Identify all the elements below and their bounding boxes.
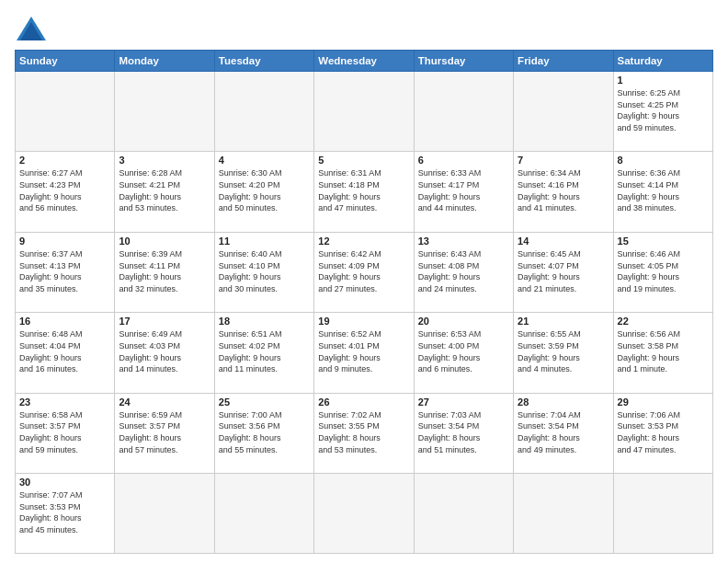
day-info: Sunrise: 6:25 AM Sunset: 4:25 PM Dayligh… bbox=[618, 87, 709, 133]
day-info: Sunrise: 6:31 AM Sunset: 4:18 PM Dayligh… bbox=[318, 167, 409, 213]
day-number: 19 bbox=[318, 316, 409, 327]
calendar-day-20: 20Sunrise: 6:53 AM Sunset: 4:00 PM Dayli… bbox=[414, 313, 513, 393]
day-number: 16 bbox=[19, 316, 110, 327]
weekday-header-sunday: Sunday bbox=[16, 51, 115, 72]
day-info: Sunrise: 6:42 AM Sunset: 4:09 PM Dayligh… bbox=[318, 248, 409, 294]
day-number: 10 bbox=[119, 236, 210, 247]
calendar-day-17: 17Sunrise: 6:49 AM Sunset: 4:03 PM Dayli… bbox=[115, 313, 214, 393]
day-info: Sunrise: 6:39 AM Sunset: 4:11 PM Dayligh… bbox=[119, 248, 210, 294]
calendar-day-13: 13Sunrise: 6:43 AM Sunset: 4:08 PM Dayli… bbox=[414, 232, 513, 312]
weekday-header-wednesday: Wednesday bbox=[314, 51, 414, 72]
calendar-day-24: 24Sunrise: 6:59 AM Sunset: 3:57 PM Dayli… bbox=[115, 393, 214, 473]
calendar-day-25: 25Sunrise: 7:00 AM Sunset: 3:56 PM Dayli… bbox=[214, 393, 313, 473]
weekday-header-friday: Friday bbox=[514, 51, 613, 72]
day-number: 22 bbox=[618, 316, 709, 327]
day-info: Sunrise: 6:46 AM Sunset: 4:05 PM Dayligh… bbox=[618, 248, 709, 294]
calendar-day-empty bbox=[414, 474, 513, 554]
day-number: 27 bbox=[418, 396, 509, 408]
calendar-day-empty bbox=[214, 72, 313, 152]
weekday-header-saturday: Saturday bbox=[613, 51, 712, 72]
day-info: Sunrise: 6:28 AM Sunset: 4:21 PM Dayligh… bbox=[119, 167, 210, 213]
weekday-header-monday: Monday bbox=[115, 51, 214, 72]
calendar-day-10: 10Sunrise: 6:39 AM Sunset: 4:11 PM Dayli… bbox=[115, 232, 214, 312]
calendar-day-15: 15Sunrise: 6:46 AM Sunset: 4:05 PM Dayli… bbox=[613, 232, 712, 312]
day-number: 9 bbox=[19, 236, 110, 247]
day-number: 7 bbox=[518, 155, 609, 166]
calendar-day-empty bbox=[115, 72, 214, 152]
day-info: Sunrise: 7:06 AM Sunset: 3:53 PM Dayligh… bbox=[618, 409, 709, 455]
day-number: 21 bbox=[518, 316, 609, 327]
day-number: 24 bbox=[119, 396, 210, 408]
generalblue-logo-icon bbox=[15, 15, 48, 42]
day-info: Sunrise: 6:30 AM Sunset: 4:20 PM Dayligh… bbox=[219, 167, 310, 213]
day-number: 5 bbox=[318, 155, 409, 166]
day-info: Sunrise: 7:03 AM Sunset: 3:54 PM Dayligh… bbox=[418, 409, 509, 455]
day-number: 11 bbox=[219, 236, 310, 247]
calendar-day-empty bbox=[115, 474, 214, 554]
day-info: Sunrise: 6:43 AM Sunset: 4:08 PM Dayligh… bbox=[418, 248, 509, 294]
calendar-day-empty bbox=[314, 474, 414, 554]
day-info: Sunrise: 6:59 AM Sunset: 3:57 PM Dayligh… bbox=[119, 409, 210, 455]
calendar-day-empty bbox=[16, 72, 115, 152]
calendar-day-5: 5Sunrise: 6:31 AM Sunset: 4:18 PM Daylig… bbox=[314, 152, 414, 232]
day-number: 17 bbox=[119, 316, 210, 327]
calendar-day-empty bbox=[613, 474, 712, 554]
calendar-day-29: 29Sunrise: 7:06 AM Sunset: 3:53 PM Dayli… bbox=[613, 393, 712, 473]
calendar-day-18: 18Sunrise: 6:51 AM Sunset: 4:02 PM Dayli… bbox=[214, 313, 313, 393]
calendar-day-11: 11Sunrise: 6:40 AM Sunset: 4:10 PM Dayli… bbox=[214, 232, 313, 312]
calendar-day-8: 8Sunrise: 6:36 AM Sunset: 4:14 PM Daylig… bbox=[613, 152, 712, 232]
calendar-day-16: 16Sunrise: 6:48 AM Sunset: 4:04 PM Dayli… bbox=[16, 313, 115, 393]
day-number: 20 bbox=[418, 316, 509, 327]
weekday-header-thursday: Thursday bbox=[414, 51, 513, 72]
day-info: Sunrise: 6:40 AM Sunset: 4:10 PM Dayligh… bbox=[219, 248, 310, 294]
day-info: Sunrise: 6:27 AM Sunset: 4:23 PM Dayligh… bbox=[19, 167, 110, 213]
day-number: 8 bbox=[618, 155, 709, 166]
calendar-day-22: 22Sunrise: 6:56 AM Sunset: 3:58 PM Dayli… bbox=[613, 313, 712, 393]
day-number: 28 bbox=[518, 396, 609, 408]
day-number: 13 bbox=[418, 236, 509, 247]
calendar-week-row: 1Sunrise: 6:25 AM Sunset: 4:25 PM Daylig… bbox=[16, 72, 713, 152]
calendar-day-21: 21Sunrise: 6:55 AM Sunset: 3:59 PM Dayli… bbox=[514, 313, 613, 393]
calendar-day-9: 9Sunrise: 6:37 AM Sunset: 4:13 PM Daylig… bbox=[16, 232, 115, 312]
day-info: Sunrise: 7:07 AM Sunset: 3:53 PM Dayligh… bbox=[19, 489, 110, 535]
day-number: 23 bbox=[19, 396, 110, 408]
day-info: Sunrise: 7:00 AM Sunset: 3:56 PM Dayligh… bbox=[219, 409, 310, 455]
calendar-day-empty bbox=[414, 72, 513, 152]
weekday-header-row: SundayMondayTuesdayWednesdayThursdayFrid… bbox=[16, 51, 713, 72]
day-info: Sunrise: 6:45 AM Sunset: 4:07 PM Dayligh… bbox=[518, 248, 609, 294]
calendar-day-23: 23Sunrise: 6:58 AM Sunset: 3:57 PM Dayli… bbox=[16, 393, 115, 473]
logo bbox=[15, 15, 51, 42]
calendar-day-6: 6Sunrise: 6:33 AM Sunset: 4:17 PM Daylig… bbox=[414, 152, 513, 232]
day-info: Sunrise: 6:51 AM Sunset: 4:02 PM Dayligh… bbox=[219, 328, 310, 374]
calendar-table: SundayMondayTuesdayWednesdayThursdayFrid… bbox=[15, 50, 713, 554]
day-number: 26 bbox=[318, 396, 409, 408]
calendar-week-row: 2Sunrise: 6:27 AM Sunset: 4:23 PM Daylig… bbox=[16, 152, 713, 232]
day-number: 18 bbox=[219, 316, 310, 327]
day-info: Sunrise: 6:53 AM Sunset: 4:00 PM Dayligh… bbox=[418, 328, 509, 374]
day-number: 30 bbox=[19, 477, 110, 488]
calendar-day-4: 4Sunrise: 6:30 AM Sunset: 4:20 PM Daylig… bbox=[214, 152, 313, 232]
day-number: 25 bbox=[219, 396, 310, 408]
calendar-day-14: 14Sunrise: 6:45 AM Sunset: 4:07 PM Dayli… bbox=[514, 232, 613, 312]
day-info: Sunrise: 6:33 AM Sunset: 4:17 PM Dayligh… bbox=[418, 167, 509, 213]
day-number: 4 bbox=[219, 155, 310, 166]
calendar-day-26: 26Sunrise: 7:02 AM Sunset: 3:55 PM Dayli… bbox=[314, 393, 414, 473]
day-number: 14 bbox=[518, 236, 609, 247]
calendar-day-19: 19Sunrise: 6:52 AM Sunset: 4:01 PM Dayli… bbox=[314, 313, 414, 393]
calendar-day-27: 27Sunrise: 7:03 AM Sunset: 3:54 PM Dayli… bbox=[414, 393, 513, 473]
calendar-day-3: 3Sunrise: 6:28 AM Sunset: 4:21 PM Daylig… bbox=[115, 152, 214, 232]
calendar-day-12: 12Sunrise: 6:42 AM Sunset: 4:09 PM Dayli… bbox=[314, 232, 414, 312]
header bbox=[15, 15, 713, 42]
calendar-day-30: 30Sunrise: 7:07 AM Sunset: 3:53 PM Dayli… bbox=[16, 474, 115, 554]
calendar-day-7: 7Sunrise: 6:34 AM Sunset: 4:16 PM Daylig… bbox=[514, 152, 613, 232]
calendar-day-empty bbox=[314, 72, 414, 152]
day-info: Sunrise: 6:55 AM Sunset: 3:59 PM Dayligh… bbox=[518, 328, 609, 374]
calendar-day-empty bbox=[514, 72, 613, 152]
calendar-day-empty bbox=[514, 474, 613, 554]
day-number: 6 bbox=[418, 155, 509, 166]
day-info: Sunrise: 6:36 AM Sunset: 4:14 PM Dayligh… bbox=[618, 167, 709, 213]
day-number: 3 bbox=[119, 155, 210, 166]
day-number: 1 bbox=[618, 75, 709, 86]
page: SundayMondayTuesdayWednesdayThursdayFrid… bbox=[0, 0, 728, 563]
day-info: Sunrise: 6:58 AM Sunset: 3:57 PM Dayligh… bbox=[19, 409, 110, 455]
